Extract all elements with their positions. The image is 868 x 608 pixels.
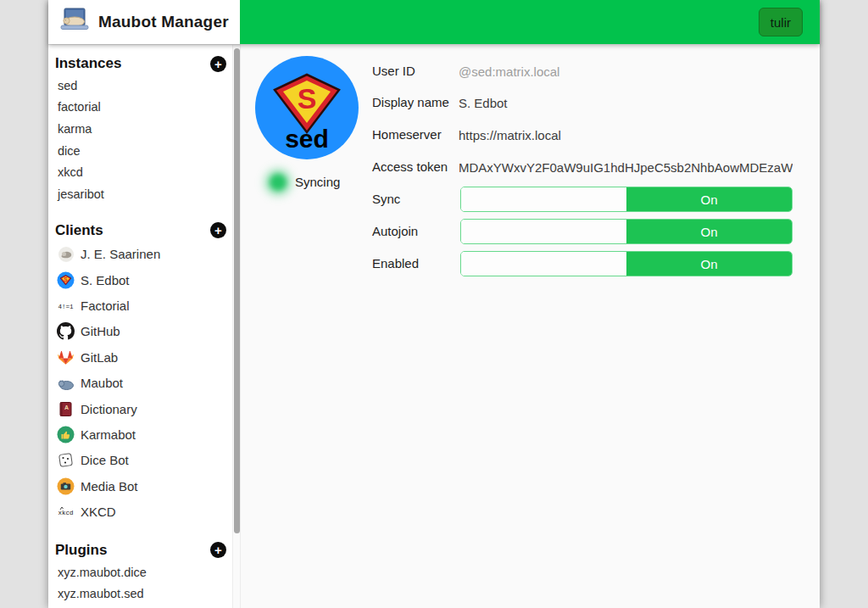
svg-text:S: S	[64, 276, 68, 282]
client-detail-panel: S sed Syncing User ID Display name Homes…	[240, 44, 820, 608]
user-id-label: User ID	[372, 63, 415, 80]
client-label: GitLab	[81, 350, 118, 365]
client-label: J. E. Saarinen	[81, 247, 160, 261]
sync-toggle-on-half[interactable]: On	[626, 187, 792, 211]
sidebar-item-client-saarinen[interactable]: J. E. Saarinen	[48, 242, 240, 267]
clients-section-header: Clients +	[48, 220, 240, 242]
dictionary-book-icon: A	[57, 400, 75, 418]
app-window: Maubot Manager tulir Instances + sed fac…	[48, 0, 820, 608]
homeserver-input[interactable]	[459, 126, 713, 143]
sidebar-item-instance-factorial[interactable]: factorial	[48, 97, 240, 119]
sidebar-item-client-mediabot[interactable]: Media Bot	[48, 473, 240, 499]
sidebar-scrollbar[interactable]	[232, 45, 240, 608]
sidebar-item-instance-jesaribot[interactable]: jesaribot	[48, 183, 240, 205]
enabled-toggle[interactable]: On	[460, 251, 793, 276]
client-label: Dice Bot	[81, 453, 129, 467]
sync-status-label: Syncing	[295, 174, 340, 191]
maubot-cat-laptop-logo-icon	[58, 7, 91, 37]
client-label: Dictionary	[81, 402, 137, 416]
client-label: GitHub	[81, 324, 120, 338]
sidebar-item-client-dictionary[interactable]: A Dictionary	[48, 396, 240, 421]
client-label: Karmabot	[81, 427, 136, 442]
autojoin-toggle-off-half[interactable]	[461, 220, 626, 243]
sidebar-scrollbar-thumb[interactable]	[234, 48, 240, 533]
sidebar-item-client-maubot[interactable]: Maubot	[48, 371, 240, 396]
client-label: S. Edbot	[81, 273, 130, 287]
sidebar: Instances + sed factorial karma dice xkc…	[48, 44, 240, 608]
display-name-label: Display name	[372, 94, 449, 111]
sidebar-item-client-sedbot[interactable]: S S. Edbot	[48, 267, 240, 293]
autojoin-toggle-on-half[interactable]: On	[626, 220, 792, 243]
add-instance-button[interactable]: +	[210, 56, 226, 72]
sidebar-item-plugin-sed[interactable]: xyz.maubot.sed	[48, 583, 240, 605]
sidebar-item-instance-sed[interactable]: sed	[48, 75, 240, 97]
enabled-toggle-label: Enabled	[372, 255, 419, 272]
enabled-toggle-off-half[interactable]	[461, 252, 626, 276]
add-plugin-button[interactable]: +	[210, 542, 226, 558]
brand: Maubot Manager	[48, 0, 240, 44]
client-label: XKCD	[81, 505, 116, 519]
sidebar-item-client-gitlab[interactable]: GitLab	[48, 344, 240, 370]
factorial-formula-icon: 4!=1	[57, 297, 75, 315]
sidebar-item-instance-xkcd[interactable]: xkcd	[48, 161, 240, 183]
svg-text:4!=1: 4!=1	[58, 304, 74, 310]
clients-title: Clients	[55, 222, 103, 239]
sidebar-item-client-karmabot[interactable]: Karmabot	[48, 421, 240, 447]
user-id-value	[459, 63, 713, 80]
user-menu-button[interactable]: tulir	[759, 8, 803, 36]
client-label: Maubot	[81, 376, 123, 390]
sidebar-item-instance-dice[interactable]: dice	[48, 140, 240, 162]
client-label: Factorial	[81, 298, 130, 313]
svg-text:xkcd: xkcd	[58, 510, 73, 516]
sync-toggle[interactable]: On	[460, 187, 793, 212]
instances-section-header: Instances +	[48, 53, 240, 75]
instances-title: Instances	[55, 55, 121, 72]
sidebar-item-client-xkcd[interactable]: xkcd XKCD	[48, 499, 240, 524]
sync-toggle-off-half[interactable]	[461, 187, 626, 211]
gitlab-fox-icon	[57, 349, 75, 366]
superman-shield-icon: S	[57, 271, 75, 289]
access-token-input[interactable]	[459, 159, 793, 176]
display-name-input[interactable]	[459, 94, 713, 111]
sync-status-dot-icon	[270, 174, 287, 191]
svg-text:S: S	[298, 82, 317, 114]
sidebar-item-client-factorial[interactable]: 4!=1 Factorial	[48, 293, 240, 318]
autojoin-toggle[interactable]: On	[460, 219, 793, 244]
plugins-title: Plugins	[55, 542, 107, 559]
dice-icon	[57, 451, 75, 469]
camera-icon	[57, 477, 75, 495]
topbar: tulir	[240, 0, 820, 44]
add-client-button[interactable]: +	[210, 222, 226, 238]
app-title: Maubot Manager	[98, 13, 229, 31]
xkcd-logo-icon: xkcd	[57, 503, 75, 521]
svg-text:sed: sed	[285, 125, 329, 153]
svg-text:A: A	[64, 404, 69, 410]
enabled-toggle-on-half[interactable]: On	[626, 252, 792, 276]
sidebar-item-client-github[interactable]: GitHub	[48, 319, 240, 344]
autojoin-toggle-label: Autojoin	[372, 223, 418, 240]
homeserver-label: Homeserver	[372, 126, 442, 143]
plugins-section-header: Plugins +	[48, 539, 240, 561]
sync-toggle-label: Sync	[372, 191, 400, 208]
maubot-cat-icon	[57, 374, 75, 392]
header: Maubot Manager tulir	[48, 0, 820, 44]
thumbs-up-icon	[57, 426, 75, 443]
access-token-label: Access token	[372, 159, 448, 176]
github-octocat-icon	[57, 322, 75, 340]
sidebar-item-client-dicebot[interactable]: Dice Bot	[48, 448, 240, 473]
client-label: Media Bot	[81, 479, 138, 494]
sidebar-item-plugin-dice[interactable]: xyz.maubot.dice	[48, 561, 240, 583]
cat-avatar-icon	[57, 245, 75, 263]
sidebar-item-instance-karma[interactable]: karma	[48, 118, 240, 140]
client-avatar: S sed	[255, 56, 359, 159]
